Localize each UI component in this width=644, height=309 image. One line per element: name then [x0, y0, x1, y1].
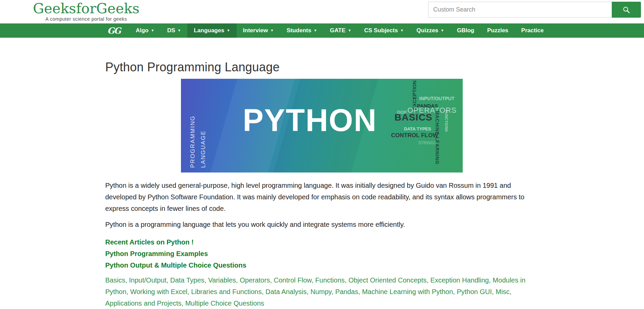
nav-item-label: Interview — [243, 27, 268, 34]
topic-link[interactable]: Pandas — [335, 288, 358, 295]
chevron-down-icon: ▼ — [227, 29, 230, 32]
intro-paragraph-1: Python is a widely used general-purpose,… — [105, 180, 528, 214]
topic-link[interactable]: Variables — [208, 276, 236, 284]
nav-item-ds[interactable]: DS▼ — [161, 23, 187, 38]
nav-item-label: Algo — [136, 27, 149, 34]
topic-links: Basics, Input/Output, Data Types, Variab… — [105, 274, 528, 309]
nav-item-label: DS — [167, 27, 175, 34]
chevron-down-icon: ▼ — [400, 29, 404, 32]
nav-item-quizzes[interactable]: Quizzes▼ — [410, 23, 450, 38]
nav-item-practice[interactable]: Practice — [515, 23, 550, 38]
comma-separator: , — [492, 288, 496, 295]
comma-separator: , — [427, 276, 430, 284]
topic-link[interactable]: Working with Excel — [130, 288, 187, 295]
logo-tagline: A computer science portal for geeks — [33, 16, 140, 22]
search-button[interactable] — [612, 2, 641, 18]
comma-separator: , — [262, 288, 265, 295]
comma-separator: , — [510, 288, 513, 295]
nav-item-label: Students — [287, 27, 311, 34]
comma-separator: , — [126, 288, 130, 295]
intro-paragraph-2: Python is a programming language that le… — [105, 219, 528, 230]
banner-word-strings: STRINGS — [418, 141, 436, 145]
topic-link[interactable]: Python GUI — [457, 288, 492, 295]
site-header: GeeksforGeeks A computer science portal … — [0, 0, 644, 23]
topic-link[interactable]: Libraries and Functions — [191, 288, 262, 295]
chevron-down-icon: ▼ — [151, 29, 154, 32]
nav-item-gblog[interactable]: GBlog — [450, 23, 481, 38]
page-title: Python Programming Language — [105, 60, 528, 74]
search-input[interactable] — [428, 2, 612, 18]
topic-link[interactable]: Applications and Projects — [105, 299, 182, 307]
python-banner-image: PROGRAMMING LANGUAGE PYTHON EXCEPTION IN… — [181, 79, 463, 172]
nav-item-label: GBlog — [457, 27, 474, 34]
comma-separator: , — [270, 276, 274, 284]
comma-separator: , — [331, 288, 335, 295]
comma-separator: , — [345, 276, 348, 284]
topic-link[interactable]: Functions — [315, 276, 345, 284]
banner-word-exception: EXCEPTION — [412, 80, 417, 110]
chevron-down-icon: ▼ — [441, 29, 444, 32]
nav-item-label: Languages — [194, 27, 224, 34]
banner-word-functions: FUNCTIONS — [444, 110, 448, 132]
site-logo[interactable]: GeeksforGeeks A computer science portal … — [33, 1, 140, 22]
main-content: Python Programming Language PROGRAMMING … — [105, 38, 528, 309]
topic-link[interactable]: Data Analysis — [265, 288, 307, 295]
nav-item-languages[interactable]: Languages▼ — [187, 23, 237, 38]
featured-link-programming-examples[interactable]: Python Programming Examples — [105, 248, 208, 259]
topic-link[interactable]: Data Types — [170, 276, 204, 284]
search-bar — [428, 2, 641, 18]
chevron-down-icon: ▼ — [348, 29, 351, 32]
topic-link[interactable]: Input/Output — [129, 276, 166, 284]
comma-separator: , — [204, 276, 208, 284]
nav-item-label: GATE — [330, 27, 346, 34]
nav-item-puzzles[interactable]: Puzzles — [481, 23, 515, 38]
logo-title: GeeksforGeeks — [33, 1, 140, 16]
comma-separator: , — [236, 276, 240, 284]
nav-item-label: Practice — [521, 27, 544, 34]
topic-link[interactable]: Basics — [105, 276, 125, 284]
chevron-down-icon: ▼ — [178, 29, 181, 32]
topic-link[interactable]: Control Flow — [274, 276, 311, 284]
comma-separator: , — [125, 276, 129, 284]
topic-link[interactable]: Object Oriented Concepts — [348, 276, 426, 284]
comma-separator: , — [182, 299, 185, 307]
banner-word-data-types: DATA TYPES — [404, 127, 431, 131]
chevron-down-icon: ▼ — [270, 29, 274, 32]
nav-item-students[interactable]: Students▼ — [280, 23, 324, 38]
nav-item-gate[interactable]: GATE▼ — [324, 23, 358, 38]
comma-separator: , — [307, 288, 310, 295]
nav-item-interview[interactable]: Interview▼ — [237, 23, 280, 38]
chevron-down-icon: ▼ — [314, 29, 317, 32]
featured-links: Recent Articles on Python ! Python Progr… — [105, 236, 528, 271]
nav-item-algo[interactable]: Algo▼ — [129, 23, 161, 38]
comma-separator: , — [166, 276, 170, 284]
topic-link[interactable]: Numpy — [310, 288, 331, 295]
featured-link-output-mcq[interactable]: Python Output & Multiple Choice Question… — [105, 259, 246, 271]
banner-side-text-line2: LANGUAGE — [200, 130, 207, 168]
comma-separator: , — [453, 288, 457, 295]
main-nav: GG Algo▼ DS▼ Languages▼ Interview▼ Stude… — [0, 23, 644, 38]
nav-item-cs-subjects[interactable]: CS Subjects▼ — [358, 23, 410, 38]
topic-link[interactable]: Misc — [496, 288, 510, 295]
banner-word-basics: BASICS — [394, 113, 433, 122]
comma-separator: , — [489, 276, 493, 284]
comma-separator: , — [311, 276, 315, 284]
banner-word-control-flow: CONTROL FLOW — [391, 132, 438, 138]
nav-item-label: Puzzles — [487, 27, 508, 34]
banner-python-title: PYTHON — [243, 105, 377, 136]
topic-link[interactable]: Exception Handling — [430, 276, 489, 284]
banner-side-text: PROGRAMMING LANGUAGE — [189, 115, 207, 168]
topic-link[interactable]: Operators — [240, 276, 270, 284]
nav-item-label: Quizzes — [417, 27, 438, 34]
featured-link-recent-articles[interactable]: Recent Articles on Python ! — [105, 236, 194, 248]
banner-side-text-line1: PROGRAMMING — [189, 115, 197, 168]
topic-link[interactable]: Machine Learning with Python — [362, 288, 453, 295]
search-icon — [623, 6, 630, 14]
banner-word-input-output: INPUT/OUTPUT — [419, 96, 454, 101]
gfg-monogram-icon[interactable]: GG — [107, 23, 121, 38]
comma-separator: , — [358, 288, 362, 295]
nav-item-label: CS Subjects — [364, 27, 398, 34]
topic-link[interactable]: Multiple Choice Questions — [185, 299, 264, 307]
comma-separator: , — [187, 288, 191, 295]
